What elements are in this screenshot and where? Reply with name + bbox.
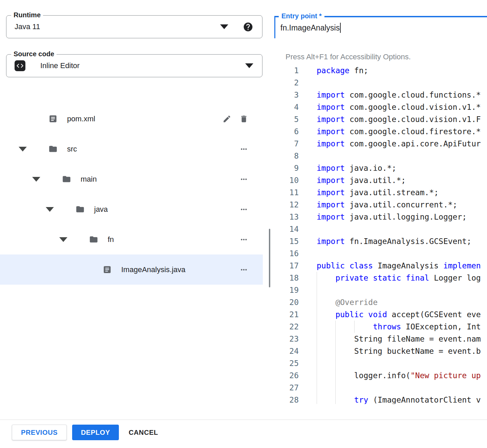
line-number: 9 — [274, 162, 299, 174]
code-line[interactable]: 20 @Override — [274, 296, 487, 308]
code-line[interactable]: 1package fn; — [274, 64, 487, 77]
folder-icon — [48, 144, 58, 154]
line-code: try (ImageAnnotatorClient v — [317, 394, 487, 404]
more-button[interactable] — [239, 235, 249, 244]
deploy-button[interactable]: DEPLOY — [72, 425, 119, 440]
chevron-down-icon[interactable] — [220, 24, 228, 29]
code-line[interactable]: 4import com.google.cloud.vision.v1.* — [274, 101, 487, 113]
line-number: 6 — [274, 125, 299, 138]
line-number: 5 — [274, 113, 299, 125]
edit-button[interactable] — [222, 114, 232, 124]
line-number: 13 — [274, 211, 299, 223]
line-code: private static final Logger log — [317, 272, 487, 284]
line-number: 24 — [274, 345, 299, 357]
line-code — [317, 284, 487, 296]
code-line[interactable]: 17public class ImageAnalysis implemen — [274, 260, 487, 272]
more-button[interactable] — [239, 205, 249, 214]
code-line[interactable]: 26 logger.info("New picture up — [274, 369, 487, 382]
folder-icon — [89, 235, 98, 244]
line-code: import java.util.logging.Logger; — [317, 211, 487, 223]
previous-button[interactable]: PREVIOUS — [12, 425, 67, 440]
more-horiz-icon — [239, 265, 248, 274]
code-line[interactable]: 12import java.util.concurrent.*; — [274, 199, 487, 211]
line-code: import com.google.cloud.vision.v1.F — [317, 113, 487, 125]
line-number: 26 — [274, 369, 299, 382]
help-button[interactable] — [242, 21, 253, 32]
line-code: throws IOException, Int — [317, 321, 487, 333]
row-actions — [239, 175, 249, 184]
indent-guide — [317, 333, 317, 345]
indent-guide — [317, 394, 317, 404]
code-line[interactable]: 14 — [274, 223, 487, 235]
code-line[interactable]: 6import com.google.cloud.firestore.* — [274, 125, 487, 138]
code-line[interactable]: 18 private static final Logger log — [274, 272, 487, 284]
code-line[interactable]: 10import java.util.*; — [274, 174, 487, 186]
code-line[interactable]: 15import fn.ImageAnalysis.GCSEvent; — [274, 235, 487, 247]
accessibility-hint: Press Alt+F1 for Accessibility Options. — [285, 53, 411, 61]
code-line[interactable]: 8 — [274, 150, 487, 162]
indent-guide — [317, 357, 317, 369]
line-code: @Override — [317, 296, 487, 308]
code-line[interactable]: 25 — [274, 357, 487, 369]
tree-item-java[interactable]: java — [0, 194, 263, 224]
more-button[interactable] — [239, 175, 249, 184]
tree-item-ImageAnalysis.java[interactable]: ImageAnalysis.java — [0, 254, 263, 285]
expand-toggle[interactable] — [19, 147, 48, 151]
code-line[interactable]: 5import com.google.cloud.vision.v1.F — [274, 113, 487, 125]
code-line[interactable]: 13import java.util.logging.Logger; — [274, 211, 487, 223]
line-code — [317, 223, 487, 235]
indent-guide — [335, 357, 336, 369]
code-line[interactable]: 2 — [274, 77, 487, 89]
expand-toggle[interactable] — [59, 237, 89, 242]
tree-item-fn[interactable]: fn — [0, 224, 263, 254]
more-button[interactable] — [239, 144, 249, 154]
tree-item-main[interactable]: main — [0, 164, 263, 194]
entry-point-input[interactable]: fn.ImageAnalysis — [280, 23, 340, 33]
code-line[interactable]: 3import com.google.cloud.functions.* — [274, 89, 487, 101]
triangle-down-icon — [46, 207, 54, 212]
code-line[interactable]: 11import java.util.stream.*; — [274, 186, 487, 199]
file-icon — [48, 114, 58, 123]
expand-toggle[interactable] — [32, 177, 62, 182]
line-number: 2 — [274, 77, 299, 89]
source-code-select[interactable]: Source code Inline Editor — [6, 54, 262, 77]
code-line[interactable]: 27 — [274, 382, 487, 394]
line-number: 7 — [274, 138, 299, 150]
line-code: import com.google.cloud.firestore.* — [317, 125, 487, 138]
scrollbar-thumb[interactable] — [269, 229, 270, 287]
code-line[interactable]: 28 try (ImageAnnotatorClient v — [274, 394, 487, 404]
code-editor[interactable]: 1package fn;23import com.google.cloud.fu… — [274, 64, 487, 404]
indent-guide — [354, 321, 355, 333]
code-line[interactable]: 16 — [274, 247, 487, 260]
tree-item-src[interactable]: src — [0, 134, 263, 164]
tree-item-label: pom.xml — [67, 115, 95, 123]
runtime-select[interactable]: Runtime Java 11 — [6, 15, 262, 38]
code-line[interactable]: 19 — [274, 284, 487, 296]
code-line[interactable]: 21 public void accept(GCSEvent eve — [274, 308, 487, 321]
line-code: String bucketName = event.b — [317, 345, 487, 357]
footer-divider — [0, 420, 487, 420]
line-code: import com.google.cloud.functions.* — [317, 89, 487, 101]
delete-button[interactable] — [239, 114, 249, 124]
line-number: 23 — [274, 333, 299, 345]
line-number: 27 — [274, 382, 299, 394]
code-line[interactable]: 9import java.io.*; — [274, 162, 487, 174]
cancel-button[interactable]: CANCEL — [129, 425, 158, 440]
line-number: 11 — [274, 186, 299, 199]
chevron-down-icon[interactable] — [245, 63, 253, 68]
code-line[interactable]: 7import com.google.api.core.ApiFutur — [274, 138, 487, 150]
more-horiz-icon — [239, 175, 248, 184]
more-button[interactable] — [239, 265, 249, 274]
code-line[interactable]: 24 String bucketName = event.b — [274, 345, 487, 357]
entry-point-field[interactable]: Entry point * fn.ImageAnalysis — [274, 16, 487, 38]
tree-item-pom.xml[interactable]: pom.xml — [0, 104, 263, 134]
help-icon — [243, 22, 253, 32]
expand-toggle[interactable] — [46, 207, 76, 212]
line-code — [317, 150, 487, 162]
indent-guide — [335, 369, 336, 382]
more-horiz-icon — [239, 205, 248, 214]
code-line[interactable]: 22 throws IOException, Int — [274, 321, 487, 333]
line-code: public class ImageAnalysis implemen — [317, 260, 487, 272]
code-line[interactable]: 23 String fileName = event.nam — [274, 333, 487, 345]
line-number: 17 — [274, 260, 299, 272]
